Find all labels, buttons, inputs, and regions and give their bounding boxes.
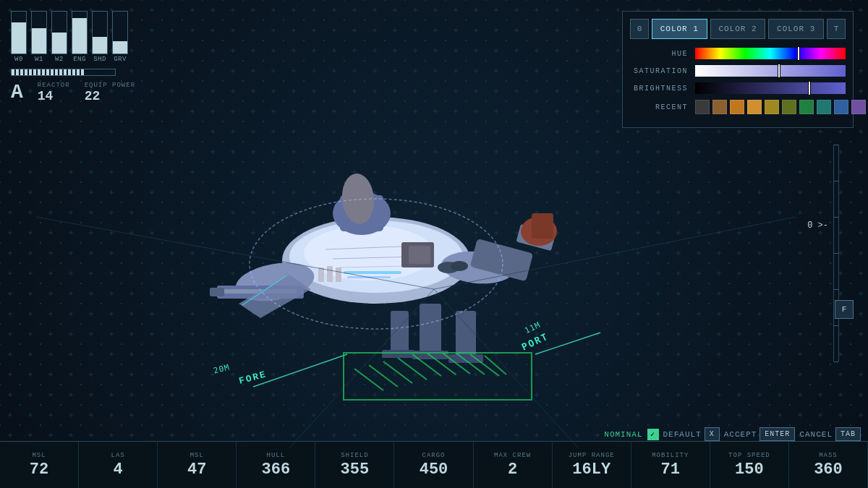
default-label: DEFAULT [663,430,702,439]
stats-bar: MSL72LAS4MSL47HULL366SHIELD355CARGO450MA… [0,441,868,488]
stat-label: MSL [32,452,46,459]
reactor-info: REACTOR 14 EQUIP POWER 22 [38,82,135,103]
stat-item-las: LAS4 [79,442,158,488]
accept-button[interactable]: ACCEPT ENTER [724,427,796,441]
bar-fill [93,37,107,53]
stat-item-max-crew: MAX CREW2 [474,442,553,488]
stat-label: JUMP RANGE [569,452,615,459]
stat-value: 47 [187,462,206,478]
power-bar-w2: W2 [51,11,67,63]
nominal-check: ✓ [647,429,659,440]
stat-value: 366 [262,462,291,478]
bar-fill [52,33,67,53]
recent-color-swatch-4[interactable] [765,100,779,114]
power-bar-w1: W1 [31,11,47,63]
recent-colors-container [695,100,868,114]
bar-fill [113,41,127,53]
recent-color-swatch-0[interactable] [695,100,710,114]
bar-container [11,11,27,54]
bar-fill [72,18,87,53]
bar-label: W0 [14,56,23,63]
brightness-thumb[interactable] [808,81,811,95]
reactor-stat: REACTOR 14 [38,82,70,103]
color-tab-1[interactable]: COLOR 1 [652,19,707,39]
reactor-row: A REACTOR 14 EQUIP POWER 22 [11,82,135,103]
stat-label: MOBILITY [652,452,689,459]
color-tab-0[interactable]: 0 [630,19,649,39]
hue-label: HUE [630,50,688,58]
cancel-label: CANCEL [799,430,833,439]
accept-label: ACCEPT [724,430,757,439]
stat-value: 72 [30,462,48,478]
stat-value: 360 [814,462,843,478]
stat-value: 150 [735,462,764,478]
color-tab-3[interactable]: COLOR 3 [768,19,824,39]
stat-label: MASS [819,452,838,459]
svg-point-52 [451,261,468,271]
stat-item-top-speed: TOP SPEED150 [710,442,789,488]
bar-label: W1 [35,56,43,63]
cancel-key[interactable]: TAB [835,427,861,441]
recent-color-swatch-8[interactable] [834,100,848,114]
recent-color-swatch-1[interactable] [712,100,727,114]
recent-row: RECENT [630,100,846,114]
stat-item-hull: HULL366 [237,442,315,488]
brightness-label: BRIGHTNESS [630,85,688,93]
equip-label: EQUIP POWER [85,82,135,89]
power-bar-w0: W0 [11,11,27,63]
svg-rect-46 [344,271,401,274]
reactor-grade: A [11,82,23,103]
recent-color-swatch-7[interactable] [817,100,831,114]
bar-container [92,11,108,54]
equip-stat: EQUIP POWER 22 [85,82,135,103]
color-tab-2[interactable]: COLOR 2 [710,19,766,39]
f-button[interactable]: F [835,300,854,319]
accept-key[interactable]: ENTER [760,427,795,441]
brightness-row: BRIGHTNESS [630,82,846,94]
recent-color-swatch-2[interactable] [730,100,744,114]
hue-thumb[interactable] [797,46,800,61]
svg-rect-30 [391,311,409,354]
cancel-button[interactable]: CANCEL TAB [799,427,861,441]
brightness-slider[interactable] [695,82,846,94]
reactor-label: REACTOR [38,82,70,89]
bar-label: W2 [55,56,64,63]
stat-label: CARGO [422,452,446,459]
power-bar-grv: GRV [112,11,128,63]
svg-rect-42 [336,267,341,282]
recent-color-swatch-5[interactable] [782,100,796,114]
svg-rect-41 [327,266,333,282]
recent-color-swatch-6[interactable] [799,100,814,114]
svg-rect-28 [420,304,441,354]
stat-value: 16LY [572,462,610,478]
stat-label: SHIELD [341,452,368,459]
svg-rect-33 [382,350,414,358]
equip-value: 22 [85,89,135,103]
bar-fill [12,22,26,54]
stat-value: 450 [420,462,448,478]
bar-label: SHD [93,56,106,63]
stat-item-shield: SHIELD355 [315,442,394,488]
saturation-slider[interactable] [695,65,846,77]
stat-item-mass: MASS360 [789,442,868,488]
saturation-thumb[interactable] [778,64,780,78]
power-panel: W0W1W2ENGSHDGRV A REACTOR 14 EQUIP POWER… [11,11,135,103]
default-key[interactable]: X [705,427,720,441]
color-tab-t[interactable]: T [827,19,846,39]
reactor-value: 14 [38,89,70,103]
hue-row: HUE [630,48,846,59]
bar-container [72,11,88,54]
stat-label: LAS [111,452,125,459]
action-bar: NOMINAL ✓ DEFAULT X ACCEPT ENTER CANCEL … [604,427,861,441]
stat-value: 2 [508,462,517,478]
saturation-label: SATURATION [630,67,688,75]
power-bar-eng: ENG [72,11,88,63]
recent-color-swatch-3[interactable] [747,100,762,114]
hue-slider[interactable] [695,48,846,59]
recent-color-swatch-9[interactable] [851,100,866,114]
recent-label: RECENT [630,103,688,111]
default-button[interactable]: DEFAULT X [663,427,720,441]
svg-rect-37 [532,213,553,239]
nominal-label: NOMINAL [604,430,642,439]
stat-value: 355 [341,462,370,478]
